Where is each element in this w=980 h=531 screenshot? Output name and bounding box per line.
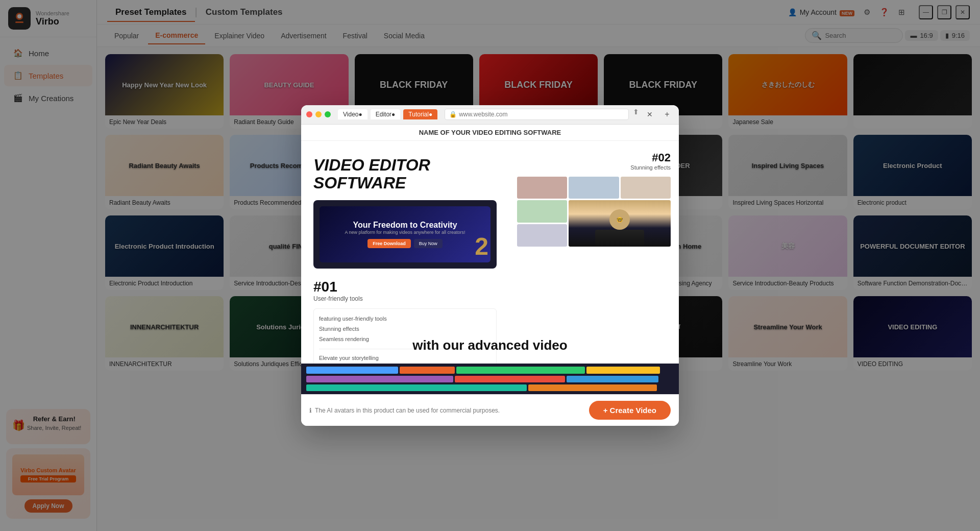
- dot-red: [306, 111, 312, 117]
- preview-sub-block: Your Freedom to Creativity A new platfor…: [313, 200, 497, 269]
- feature2-number: #02: [517, 151, 671, 164]
- create-video-button[interactable]: + Create Video: [589, 401, 671, 420]
- software-name-bar: NAME OF YOUR VIDEO EDITING SOFTWARE: [301, 125, 679, 141]
- modal-preview: VIDEO EDITOR SOFTWARE Your Freedom to Cr…: [301, 141, 679, 394]
- feature1-label: User-friendly tools: [313, 295, 497, 302]
- preview-modal: Video● Editor● Tutorial● 🔒 www.website.c…: [301, 105, 679, 426]
- preview-left: VIDEO EDITOR SOFTWARE Your Freedom to Cr…: [301, 141, 509, 394]
- track-block: [455, 376, 565, 382]
- ai-commercial-note: ℹ The AI avatars in this product can be …: [309, 407, 500, 414]
- feature-2: #02 Stunning effects: [517, 151, 671, 171]
- feature1-number: #01: [313, 279, 497, 295]
- modal-bar-actions: ⬆ ✕ +: [633, 108, 674, 121]
- freedom-text: Your Freedom to Creativity: [345, 221, 465, 230]
- preview-headline: VIDEO EDITOR SOFTWARE: [313, 156, 497, 192]
- lock-icon: 🔒: [449, 111, 457, 118]
- feature2-label: Stunning effects: [517, 164, 671, 171]
- free-download-btn: Free Download: [368, 239, 411, 248]
- track-block: [456, 367, 585, 373]
- preview-right: #02 Stunning effects: [509, 141, 679, 394]
- modal-plus-button[interactable]: +: [660, 108, 674, 121]
- preview-sub-screen: Your Freedom to Creativity A new platfor…: [320, 206, 491, 262]
- freedom-tagline: A new platform for making videos anywher…: [345, 230, 465, 235]
- track-block: [400, 367, 455, 373]
- modal-close-button[interactable]: ✕: [643, 108, 656, 121]
- preview-text-overlay: with our advanced video: [301, 337, 679, 353]
- browser-address-bar[interactable]: 🔒 www.website.com: [445, 109, 629, 120]
- photo-cell-2: [569, 177, 619, 199]
- track-block: [567, 376, 658, 382]
- photo-cell-5: 🤓: [569, 200, 671, 246]
- photo-cell-4: [517, 200, 567, 223]
- timeline-track-2: [306, 376, 674, 382]
- dot-yellow: [315, 111, 322, 117]
- track-block: [528, 384, 657, 391]
- modal-backdrop[interactable]: Video● Editor● Tutorial● 🔒 www.website.c…: [0, 0, 980, 531]
- photo-cell-3: [621, 177, 671, 199]
- modal-title-tabs: Video● Editor● Tutorial●: [338, 109, 437, 119]
- tab-video[interactable]: Video●: [338, 109, 368, 119]
- dot-green: [325, 111, 331, 117]
- track-block: [306, 376, 453, 382]
- share-icon[interactable]: ⬆: [633, 108, 639, 121]
- modal-browser-bar: Video● Editor● Tutorial● 🔒 www.website.c…: [301, 105, 679, 125]
- preview-timeline: [301, 364, 679, 394]
- software-name-text: NAME OF YOUR VIDEO EDITING SOFTWARE: [419, 129, 561, 136]
- browser-dots: [306, 111, 331, 117]
- track-block: [306, 384, 527, 391]
- timeline-track-1: [306, 367, 674, 373]
- feature-1: #01 User-friendly tools: [313, 279, 497, 304]
- photo-grid: 🤓: [517, 177, 671, 248]
- photo-cell-6: [517, 224, 567, 247]
- tab-editor[interactable]: Editor●: [371, 109, 401, 119]
- photo-cell-1: [517, 177, 567, 199]
- ai-note-text: The AI avatars in this product can be us…: [315, 407, 500, 414]
- timeline-track-3: [306, 384, 674, 391]
- tab-tutorial[interactable]: Tutorial●: [403, 109, 437, 119]
- track-block: [306, 367, 398, 373]
- info-icon: ℹ: [309, 407, 312, 414]
- track-block: [586, 367, 660, 373]
- url-text: www.website.com: [459, 111, 507, 118]
- modal-footer: ℹ The AI avatars in this product can be …: [301, 394, 679, 426]
- preview-scene: VIDEO EDITOR SOFTWARE Your Freedom to Cr…: [301, 141, 679, 394]
- buy-now-btn: Buy Now: [414, 239, 443, 248]
